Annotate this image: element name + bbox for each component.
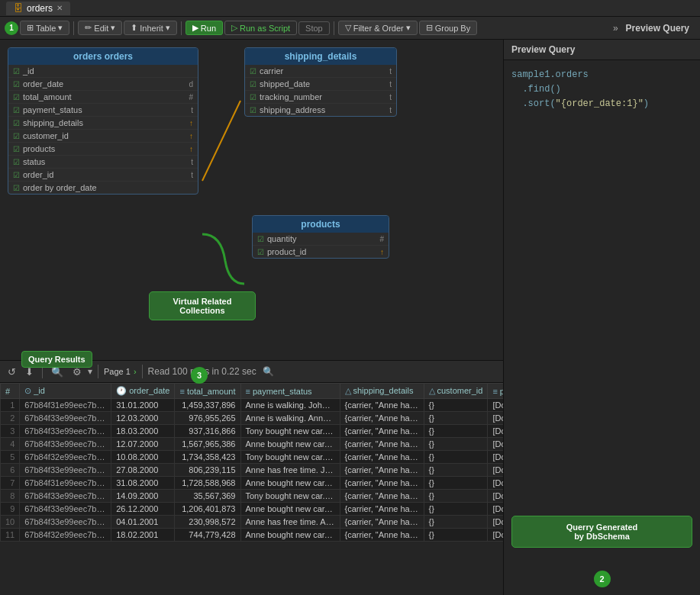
- row-amount: 744,779,428: [175, 529, 240, 542]
- field-shipping-details[interactable]: ☑ shipping_details ↑: [8, 117, 198, 130]
- field-order-id[interactable]: ☑ order_id t: [8, 169, 198, 182]
- divider1: [73, 21, 74, 35]
- expand-icon[interactable]: »: [613, 23, 618, 34]
- field-total-amount[interactable]: ☑ total_amount #: [8, 91, 198, 104]
- divider-results3: [142, 365, 143, 378]
- row-customer: {}: [424, 516, 488, 529]
- next-page-arrow[interactable]: ›: [134, 367, 137, 376]
- table-row[interactable]: 1 67b84f31e99eec7b9... 31.01.2000 1,459,…: [1, 399, 504, 412]
- checkbox-status[interactable]: ☑: [13, 158, 20, 166]
- checkbox-shipped-date[interactable]: ☑: [250, 80, 256, 88]
- checkbox-order-date[interactable]: ☑: [13, 80, 20, 88]
- results-scroll-area[interactable]: # ⊙_id 🕐order_date ≡total_amount ≡paymen…: [0, 383, 503, 595]
- products-collection-box: products ☑ quantity # ☑ product_id ↑: [252, 215, 389, 259]
- vrc-tooltip: Virtual Related Collections: [149, 291, 256, 320]
- col-customer-id[interactable]: △customer_id: [424, 384, 488, 399]
- field-customer-id[interactable]: ☑ customer_id ↑: [8, 130, 198, 143]
- checkbox-customer-id[interactable]: ☑: [13, 132, 20, 140]
- row-shipping: {carrier, "Anne has f...: [340, 464, 424, 477]
- checkbox-shipping-address[interactable]: ☑: [250, 106, 256, 114]
- row-amount: 230,998,572: [175, 516, 240, 529]
- field-status[interactable]: ☑ status t: [8, 156, 198, 169]
- run-button[interactable]: ▶ Run: [185, 21, 223, 35]
- group-by-button[interactable]: ⊟ Group By: [419, 21, 477, 35]
- field-quantity[interactable]: ☑ quantity #: [253, 233, 389, 246]
- preview-line1: sample1.orders: [511, 68, 692, 82]
- orders-header: orders orders: [8, 48, 198, 65]
- edit-button[interactable]: ✏ Edit ▾: [78, 21, 122, 35]
- row-customer: {}: [424, 490, 488, 503]
- group-icon: ⊟: [426, 23, 433, 33]
- col-shipping-details[interactable]: △shipping_details: [340, 384, 424, 399]
- checkbox-tracking-number[interactable]: ☑: [250, 93, 256, 101]
- search-icon-2[interactable]: 🔍: [263, 366, 274, 377]
- table-row[interactable]: 10 67b84f33e99eec7b9... 04.01.2001 230,9…: [1, 516, 504, 529]
- table-row[interactable]: 2 67b84f33e99eec7b9... 12.03.2000 976,95…: [1, 412, 504, 425]
- row-id: 67b84f33e99eec7b9...: [20, 503, 111, 516]
- run-script-button[interactable]: ▷ Run as Script: [224, 21, 297, 35]
- row-products: [Documen...: [488, 438, 503, 451]
- title-bar: 🗄 orders ✕: [0, 0, 700, 17]
- field-order-date[interactable]: ☑ order_date d: [8, 78, 198, 91]
- row-customer: {}: [424, 464, 488, 477]
- col-order-date[interactable]: 🕐order_date: [111, 384, 175, 399]
- table-row[interactable]: 4 67b84f33e99eec7b9... 12.07.2000 1,567,…: [1, 438, 504, 451]
- row-date: 26.12.2000: [111, 503, 175, 516]
- field-products[interactable]: ☑ products ↑: [8, 143, 198, 156]
- step3-indicator: 3: [191, 367, 208, 384]
- table-row[interactable]: 5 67b84f32e99eec7b9... 10.08.2000 1,734,…: [1, 451, 504, 464]
- checkbox-total-amount[interactable]: ☑: [13, 93, 20, 101]
- checkbox-id[interactable]: ☑: [13, 67, 20, 76]
- row-customer: {}: [424, 503, 488, 516]
- table-row[interactable]: 8 67b84f33e99eec7b9... 14.09.2000 35,567…: [1, 490, 504, 503]
- dropdown-icon[interactable]: ▾: [88, 366, 92, 377]
- field-carrier[interactable]: ☑ carrier t: [245, 65, 396, 78]
- field-shipped-date[interactable]: ☑ shipped_date t: [245, 78, 396, 91]
- col-total-amount[interactable]: ≡total_amount: [175, 384, 240, 399]
- table-row[interactable]: 3 67b84f33e99eec7b9... 18.03.2000 937,31…: [1, 425, 504, 438]
- col-id[interactable]: ⊙_id: [20, 384, 111, 399]
- inherit-button[interactable]: ⬆ Inherit ▾: [124, 21, 177, 35]
- table-button[interactable]: ⊞ Table ▾: [20, 21, 69, 35]
- field-order-by[interactable]: ☑ order by order_date: [8, 182, 198, 194]
- checkbox-order-id[interactable]: ☑: [13, 171, 20, 179]
- step1-indicator: 1: [5, 21, 18, 35]
- stop-button[interactable]: Stop: [298, 21, 330, 35]
- active-tab[interactable]: 🗄 orders ✕: [6, 2, 70, 15]
- table-row[interactable]: 11 67b84f32e99eec7b9... 18.02.2001 744,7…: [1, 529, 504, 542]
- table-row[interactable]: 7 67b84f31e99eec7b9... 31.08.2000 1,728,…: [1, 477, 504, 490]
- tab-close-icon[interactable]: ✕: [56, 4, 63, 12]
- checkbox-payment-status[interactable]: ☑: [13, 106, 20, 114]
- collections-area: orders orders ☑ _id ☑ order_date d ☑ tot…: [0, 40, 503, 360]
- refresh-button[interactable]: ↺: [5, 365, 19, 379]
- row-shipping: {carrier, "Anne has f...: [340, 490, 424, 503]
- checkbox-carrier[interactable]: ☑: [250, 67, 256, 76]
- row-date: 18.02.2001: [111, 529, 175, 542]
- checkbox-quantity[interactable]: ☑: [257, 235, 264, 243]
- row-num: 6: [1, 464, 20, 477]
- field-payment-status[interactable]: ☑ payment_status t: [8, 104, 198, 117]
- col-num: #: [1, 384, 20, 399]
- field-id[interactable]: ☑ _id: [8, 65, 198, 78]
- row-amount: 1,206,401,873: [175, 503, 240, 516]
- checkbox-order-by[interactable]: ☑: [13, 184, 20, 192]
- field-product-id[interactable]: ☑ product_id ↑: [253, 246, 389, 258]
- row-date: 10.08.2000: [111, 451, 175, 464]
- table-row[interactable]: 6 67b84f33e99eec7b9... 27.08.2000 806,23…: [1, 464, 504, 477]
- row-id: 67b84f31e99eec7b9...: [20, 477, 111, 490]
- field-tracking-number[interactable]: ☑ tracking_number t: [245, 91, 396, 104]
- checkbox-product-id[interactable]: ☑: [257, 248, 264, 256]
- chevron-down-icon3: ▾: [166, 23, 170, 33]
- shipping-header: shipping_details: [245, 48, 396, 65]
- filter-button[interactable]: ▽ Filter & Order ▾: [338, 21, 418, 35]
- checkbox-products[interactable]: ☑: [13, 145, 20, 153]
- field-shipping-address[interactable]: ☑ shipping_address t: [245, 104, 396, 116]
- table-row[interactable]: 9 67b84f33e99eec7b9... 26.12.2000 1,206,…: [1, 503, 504, 516]
- col-payment-status[interactable]: ≡payment_status: [240, 384, 340, 399]
- row-products: [Documen...: [488, 412, 503, 425]
- preview-line3: .sort("{order_date:1}"): [511, 97, 692, 111]
- row-customer: {}: [424, 451, 488, 464]
- row-amount: 1,734,358,423: [175, 451, 240, 464]
- col-products[interactable]: ≡products: [488, 384, 503, 399]
- checkbox-shipping-details[interactable]: ☑: [13, 119, 20, 127]
